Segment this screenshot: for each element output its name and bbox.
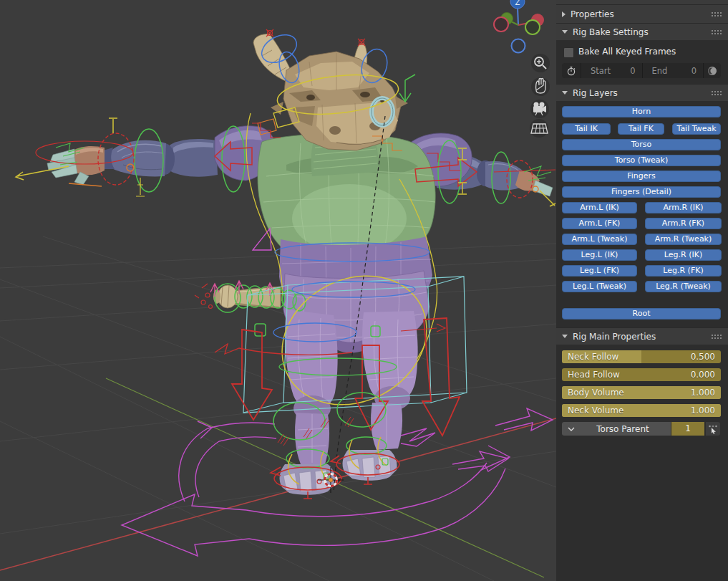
rig-layer-arm-l-tweak-button[interactable]: Arm.L (Tweak) xyxy=(562,234,637,245)
torso-parent-picker-button[interactable] xyxy=(706,422,720,436)
torso-parent-label: Torso Parent xyxy=(575,424,671,434)
rig-layer-tail-fk-button[interactable]: Tail FK xyxy=(618,123,664,135)
expand-down-icon xyxy=(562,91,568,95)
pan-hand-tool-button[interactable] xyxy=(531,77,550,96)
slider-label: Head Follow xyxy=(568,368,620,381)
stopwatch-icon xyxy=(566,66,576,76)
bone-picker-cursor-icon xyxy=(708,424,718,434)
panel-grip-icon[interactable] xyxy=(711,90,722,96)
expand-right-icon xyxy=(562,11,566,17)
3d-viewport[interactable]: Z xyxy=(0,0,556,581)
rig-layer-fingers-detail-button[interactable]: Fingers (Detail) xyxy=(562,186,721,198)
neck-follow-slider[interactable]: Neck Follow 0.500 xyxy=(562,350,721,363)
frame-range-row: Start 0 End 0 xyxy=(562,63,721,78)
rig-layer-leg-l-tweak-button[interactable]: Leg.L (Tweak) xyxy=(562,281,637,292)
zoom-tool-button[interactable] xyxy=(531,54,550,72)
slider-value: 0.000 xyxy=(691,368,715,381)
axis-y-negative-ball[interactable] xyxy=(525,20,540,34)
viewport-tools[interactable] xyxy=(530,54,550,138)
torso-parent-value-field[interactable]: 1 xyxy=(671,422,704,436)
axis-z-label: Z xyxy=(515,0,520,6)
slider-value: 0.500 xyxy=(691,350,715,363)
rig-layer-leg-l-ik-button[interactable]: Leg.L (IK) xyxy=(562,249,637,261)
viewport-canvas[interactable]: Z xyxy=(0,0,556,581)
slider-label: Neck Volume xyxy=(568,404,623,417)
slider-label: Body Volume xyxy=(568,386,624,399)
body-volume-slider[interactable]: Body Volume 1.000 xyxy=(562,386,721,399)
rig-layer-arm-r-tweak-button[interactable]: Arm.R (Tweak) xyxy=(645,234,722,245)
start-value: 0 xyxy=(630,66,635,76)
axis-x-negative-ball[interactable] xyxy=(494,17,508,32)
rig-layer-fingers-button[interactable]: Fingers xyxy=(562,171,721,182)
x-axis-line xyxy=(0,418,556,570)
camera-view-tool-button[interactable] xyxy=(530,100,549,118)
rig-layer-leg-l-fk-button[interactable]: Leg.L (FK) xyxy=(562,265,637,277)
blender-window: Z xyxy=(0,0,728,581)
end-frame-field[interactable]: End 0 xyxy=(643,63,704,78)
rig-layer-tail-tweak-button[interactable]: Tail Tweak xyxy=(672,123,721,135)
slider-value: 1.000 xyxy=(691,386,715,399)
panel-grip-icon[interactable] xyxy=(711,29,722,35)
navigation-gizmo[interactable]: Z xyxy=(494,0,544,53)
rig-layer-arm-r-fk-button[interactable]: Arm.R (FK) xyxy=(645,218,722,229)
panel-header-rig-layers[interactable]: Rig Layers xyxy=(556,84,728,101)
rig-layer-arm-r-ik-button[interactable]: Arm.R (IK) xyxy=(645,202,722,213)
rig-layer-root-button[interactable]: Root xyxy=(562,308,721,320)
panel-title-rig-layers: Rig Layers xyxy=(573,88,618,98)
panel-grip-icon[interactable] xyxy=(711,11,722,17)
use-scene-range-button[interactable] xyxy=(562,63,581,78)
end-label: End xyxy=(652,66,668,76)
rig-layer-torso-tweak-button[interactable]: Torso (Tweak) xyxy=(562,155,721,166)
bake-all-keyed-frames-checkbox[interactable] xyxy=(563,47,574,58)
panel-title-properties: Properties xyxy=(571,9,614,19)
end-value: 0 xyxy=(691,66,697,76)
sidebar-panel: Transform Properties Rig Bake Settings B… xyxy=(556,0,728,581)
expand-down-icon xyxy=(562,30,568,34)
bake-all-keyed-frames-label: Bake All Keyed Frames xyxy=(578,47,676,57)
panel-header-properties[interactable]: Properties xyxy=(556,4,728,23)
rig-layer-leg-r-ik-button[interactable]: Leg.R (IK) xyxy=(645,249,722,261)
rig-layer-tail-ik-button[interactable]: Tail IK xyxy=(562,123,611,135)
panel-header-rig-main-properties[interactable]: Rig Main Properties xyxy=(556,327,728,345)
slider-label: Neck Follow xyxy=(568,350,618,363)
decorate-keyframe-icon xyxy=(707,66,717,76)
slider-value: 1.000 xyxy=(691,404,715,417)
start-label: Start xyxy=(591,66,611,76)
minotaur-model[interactable] xyxy=(47,34,553,495)
rig-layer-horn-button[interactable]: Horn xyxy=(562,106,721,117)
chevron-down-icon xyxy=(568,427,575,431)
animate-property-toggle[interactable] xyxy=(704,63,721,78)
panel-title-rig-main-properties: Rig Main Properties xyxy=(573,332,656,342)
clipped-panel-label: Transform xyxy=(573,0,728,2)
panel-header-rig-bake-settings[interactable]: Rig Bake Settings xyxy=(556,23,728,40)
expand-down-icon xyxy=(562,335,568,338)
rig-layer-arm-l-fk-button[interactable]: Arm.L (FK) xyxy=(562,218,637,229)
grid-perspective-tool-button[interactable] xyxy=(530,119,548,138)
arm-left xyxy=(47,139,218,185)
rig-layer-torso-button[interactable]: Torso xyxy=(562,139,721,150)
rig-layer-leg-r-fk-button[interactable]: Leg.R (FK) xyxy=(645,265,722,277)
neck-volume-slider[interactable]: Neck Volume 1.000 xyxy=(562,404,721,417)
panel-title-rig-bake-settings: Rig Bake Settings xyxy=(573,27,649,37)
axis-z-negative-ball[interactable] xyxy=(512,39,525,53)
rig-layer-arm-l-ik-button[interactable]: Arm.L (IK) xyxy=(562,202,637,213)
panel-grip-icon[interactable] xyxy=(711,334,722,340)
head-follow-slider[interactable]: Head Follow 0.000 xyxy=(562,368,721,381)
rig-layer-leg-r-tweak-button[interactable]: Leg.R (Tweak) xyxy=(645,281,722,292)
torso-parent-dropdown[interactable]: Torso Parent xyxy=(562,422,671,436)
start-frame-field[interactable]: Start 0 xyxy=(581,63,643,78)
